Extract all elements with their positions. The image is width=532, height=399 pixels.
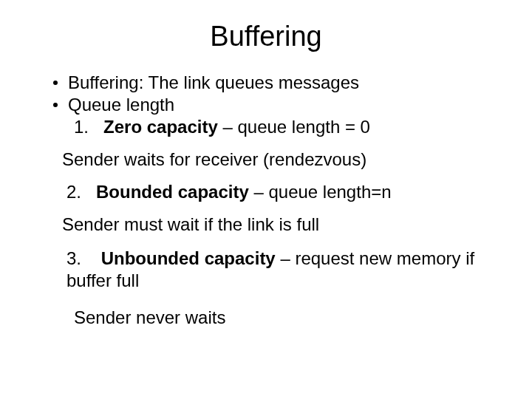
item-number: 3. [66, 248, 81, 268]
slide-body: Buffering: The link queues messages Queu… [44, 72, 488, 329]
numbered-item-1: 1. Zero capacity – queue length = 0 [74, 116, 488, 138]
bullet-item: Queue length [53, 94, 488, 116]
item-note-1: Sender waits for receiver (rendezvous) [62, 149, 488, 171]
bullet-text: Buffering: The link queues messages [68, 72, 359, 94]
numbered-item-3: 3. Unbounded capacity – request new memo… [66, 248, 488, 292]
item-number: 2. [66, 181, 81, 203]
item-label: Zero capacity [103, 117, 218, 137]
item-note-3: Sender never waits [74, 307, 488, 329]
bullet-icon [53, 103, 58, 107]
item-label: Unbounded capacity [101, 248, 276, 268]
item-number: 1. [74, 116, 89, 138]
bullet-text: Queue length [68, 94, 174, 116]
item-label: Bounded capacity [96, 182, 249, 202]
bullet-icon [53, 81, 58, 85]
bullet-item: Buffering: The link queues messages [53, 72, 488, 94]
numbered-item-2: 2. Bounded capacity – queue length=n [66, 181, 488, 203]
item-note-2: Sender must wait if the link is full [62, 214, 488, 236]
slide-title: Buffering [44, 21, 488, 52]
item-rest: – queue length=n [249, 182, 392, 202]
item-rest: – queue length = 0 [218, 117, 370, 137]
slide: Buffering Buffering: The link queues mes… [0, 0, 532, 399]
